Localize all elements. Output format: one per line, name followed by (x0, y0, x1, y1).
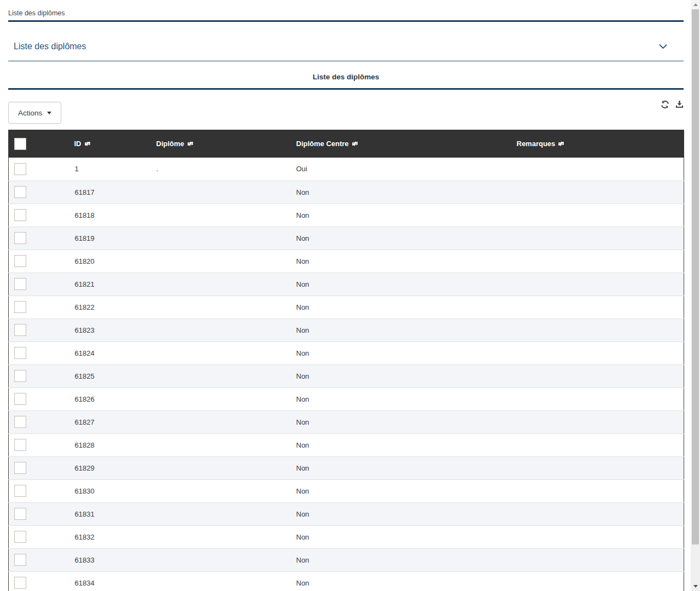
row-select-cell (9, 433, 69, 456)
scrollbar-thumb[interactable] (692, 9, 699, 544)
row-select-cell (9, 181, 69, 204)
row-checkbox[interactable] (14, 255, 26, 267)
diplome-cell (151, 227, 291, 250)
row-checkbox[interactable] (14, 554, 26, 566)
id-cell: 61827 (69, 410, 151, 433)
column-label: Remarques (517, 140, 556, 148)
row-checkbox[interactable] (14, 416, 26, 428)
row-checkbox[interactable] (14, 439, 26, 451)
select-all-cell (9, 130, 69, 158)
table-row: 61833Non (9, 548, 684, 571)
remarques-cell (511, 158, 684, 181)
diplome-cell (151, 433, 291, 456)
id-cell: 61825 (69, 364, 151, 387)
column-header-id[interactable]: ID (69, 130, 151, 158)
row-checkbox[interactable] (14, 209, 26, 221)
row-select-cell (9, 318, 69, 341)
chevron-down-icon[interactable] (659, 44, 667, 49)
diplome-centre-cell: Non (291, 410, 511, 433)
diplome-cell (151, 296, 291, 318)
id-cell: 61828 (69, 433, 151, 456)
diplome-cell (151, 364, 291, 387)
row-checkbox[interactable] (14, 531, 26, 543)
column-label: Diplôme Centre (296, 140, 349, 148)
row-checkbox[interactable] (14, 508, 26, 520)
id-cell: 61833 (69, 548, 151, 571)
diplome-cell (151, 525, 291, 548)
row-checkbox[interactable] (14, 163, 26, 175)
diplome-centre-cell: Non (291, 273, 511, 296)
row-checkbox[interactable] (14, 186, 26, 198)
remarques-cell (511, 227, 684, 250)
row-checkbox[interactable] (14, 278, 26, 290)
id-cell: 61830 (69, 479, 151, 502)
row-checkbox[interactable] (14, 485, 26, 497)
row-checkbox[interactable] (14, 393, 26, 405)
report-toolbar: Actions (8, 90, 684, 124)
id-cell: 61817 (69, 181, 151, 204)
row-checkbox[interactable] (14, 370, 26, 382)
table-row: 61832Non (9, 525, 684, 548)
row-checkbox[interactable] (14, 462, 26, 474)
table-body: 1.Oui61817Non61818Non61819Non61820Non618… (9, 158, 684, 591)
row-checkbox[interactable] (14, 577, 26, 589)
diplome-cell (151, 571, 291, 591)
diplome-cell (151, 181, 291, 204)
remarques-cell (511, 250, 684, 273)
table-row: 61817Non (9, 181, 684, 204)
breadcrumb-title: Liste des diplômes (8, 9, 65, 17)
diplome-centre-cell: Non (291, 296, 511, 318)
download-icon[interactable] (675, 100, 684, 109)
diplome-centre-cell: Non (291, 502, 511, 525)
select-all-checkbox[interactable] (14, 138, 26, 150)
refresh-icon[interactable] (661, 100, 669, 109)
row-select-cell (9, 204, 69, 227)
table-row: 61819Non (9, 227, 684, 250)
id-cell: 61829 (69, 456, 151, 479)
id-cell: 61823 (69, 318, 151, 341)
diplome-centre-cell: Non (291, 525, 511, 548)
row-checkbox[interactable] (14, 324, 26, 336)
accordion-label: Liste des diplômes (14, 42, 86, 51)
sort-arrows-icon (84, 141, 91, 147)
column-header-diplome_centre[interactable]: Diplôme Centre (291, 130, 511, 158)
diplome-centre-cell: Non (291, 456, 511, 479)
row-select-cell (9, 341, 69, 364)
accordion-region-header[interactable]: Liste des diplômes (8, 22, 684, 61)
region-title: Liste des diplômes (8, 61, 684, 90)
diplome-centre-cell: Non (291, 341, 511, 364)
diplome-centre-cell: Non (291, 548, 511, 571)
row-checkbox[interactable] (14, 232, 26, 244)
id-cell: 61831 (69, 502, 151, 525)
diplome-centre-cell: Non (291, 318, 511, 341)
table-row: 61828Non (9, 433, 684, 456)
row-select-cell (9, 387, 69, 410)
diplome-cell (151, 204, 291, 227)
diplome-cell (151, 250, 291, 273)
table-row: 61825Non (9, 364, 684, 387)
row-select-cell (9, 479, 69, 502)
actions-button[interactable]: Actions (8, 102, 61, 124)
remarques-cell (511, 433, 684, 456)
sort-arrows-icon (186, 141, 194, 147)
id-cell: 61820 (69, 250, 151, 273)
scroll-up-button[interactable] (691, 0, 700, 9)
breadcrumb: Liste des diplômes (8, 0, 684, 22)
remarques-cell (511, 273, 684, 296)
sort-arrows-icon (351, 141, 359, 147)
column-header-remarques[interactable]: Remarques (511, 130, 684, 158)
remarques-cell (511, 296, 684, 318)
row-select-cell (9, 364, 69, 387)
id-cell: 61818 (69, 204, 151, 227)
id-cell: 61826 (69, 387, 151, 410)
diplome-cell (151, 387, 291, 410)
row-checkbox[interactable] (14, 347, 26, 359)
table-row: 61824Non (9, 341, 684, 364)
row-checkbox[interactable] (14, 301, 26, 313)
remarques-cell (511, 502, 684, 525)
sort-arrows-icon (557, 141, 565, 147)
scroll-down-button[interactable] (691, 582, 700, 591)
vertical-scrollbar[interactable] (691, 0, 700, 591)
column-header-diplome[interactable]: Diplôme (151, 130, 291, 158)
diplome-cell (151, 456, 291, 479)
